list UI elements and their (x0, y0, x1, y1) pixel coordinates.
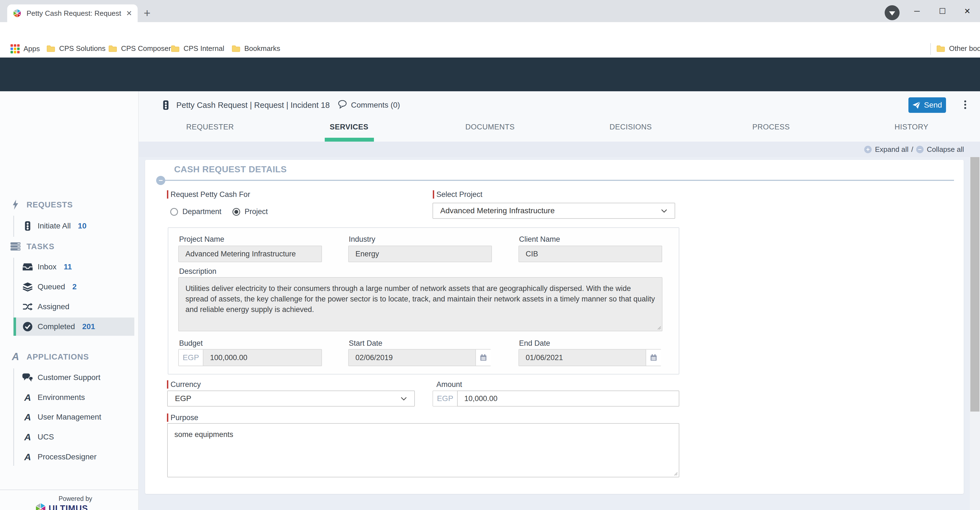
expand-all-link[interactable]: Expand all (875, 145, 908, 154)
content-header (139, 91, 980, 142)
client-name-field: CIB (519, 245, 662, 262)
sidebar-item-initiate-all[interactable]: Initiate All 10 (0, 217, 134, 235)
tab-requester[interactable]: REQUESTER (186, 123, 234, 131)
sidebar-item-completed[interactable]: Completed 201 (0, 317, 134, 336)
radio-project-label[interactable]: Project (245, 207, 268, 216)
tab-decisions[interactable]: DECISIONS (609, 123, 652, 131)
separator: / (911, 145, 913, 154)
tab-services[interactable]: SERVICES (330, 123, 368, 131)
item-count: 11 (64, 263, 72, 271)
section-divider (165, 180, 954, 181)
bookmark-label: Apps (24, 45, 40, 53)
currency-dropdown[interactable]: EGP (167, 390, 415, 406)
sidebar-item-ucs[interactable]: A UCS (0, 428, 134, 446)
browser-toolbar: ← → ↻ cpssolutions04.ultimuscps.com/Ulti… (0, 22, 980, 40)
more-actions-icon[interactable] (962, 99, 968, 110)
comments-link[interactable]: Comments (0) (351, 101, 400, 110)
calendar-icon (479, 354, 487, 362)
bookmark-bookmarks[interactable]: Bookmarks (232, 44, 280, 53)
bookmark-cps-internal[interactable]: CPS Internal (171, 44, 224, 53)
expand-all-icon[interactable]: + (864, 146, 872, 153)
app-header: ULTIMUS® COMPOSED PROCESS SOLUTIONS ? (0, 57, 980, 91)
app-a-icon: A (22, 432, 34, 443)
comments-bubble-icon (338, 100, 348, 109)
end-date-field: 01/06/2021 (519, 349, 661, 366)
sidebar-item-queued[interactable]: Queued 2 (0, 278, 134, 296)
lightning-bolt-icon (8, 199, 23, 210)
sidebar-item-user-management[interactable]: A User Management (0, 408, 134, 426)
sidebar-item-environments[interactable]: A Environments (0, 388, 134, 406)
section-collapse-toggle[interactable]: − (156, 176, 165, 185)
amount-currency-prefix: EGP (433, 390, 458, 406)
purpose-label: Purpose (170, 413, 199, 422)
screen: Petty Cash Request: Request ✕ + ─ ☐ ✕ ← … (0, 0, 980, 510)
tab-history[interactable]: HISTORY (895, 123, 929, 131)
bookmark-label: CPS Internal (183, 44, 224, 53)
send-label: Send (924, 101, 942, 110)
scrollbar-thumb[interactable] (970, 157, 980, 411)
bookmark-label: Bookmarks (244, 44, 280, 53)
resize-handle-icon (674, 472, 678, 476)
traffic-light-icon (22, 221, 34, 231)
resize-handle-icon (657, 326, 661, 330)
browser-tab[interactable]: Petty Cash Request: Request ✕ (7, 5, 138, 22)
download-status-icon[interactable] (885, 5, 900, 20)
calendar-icon (650, 354, 657, 362)
window-maximize-button[interactable]: ☐ (934, 4, 951, 18)
end-date-calendar-button (646, 350, 661, 366)
app-a-icon: A (8, 351, 23, 363)
tab-close-icon[interactable]: ✕ (126, 9, 132, 18)
other-bookmarks[interactable]: Other bookmarks (936, 44, 980, 53)
radio-department[interactable] (170, 208, 178, 216)
window-close-button[interactable]: ✕ (959, 4, 975, 18)
select-project-dropdown[interactable]: Advanced Metering Infrastructure (433, 203, 675, 219)
bookmarks-bar: Apps CPS Solutions CPS Composer CPS Inte… (0, 40, 980, 57)
section-label: APPLICATIONS (27, 352, 89, 362)
breadcrumb: Petty Cash Request | Request | Incident … (176, 101, 330, 110)
powered-by: Powered by ULTIMUS (35, 495, 107, 510)
item-label: Completed (38, 322, 75, 331)
apps-grid-icon (11, 44, 20, 53)
select-project-label: Select Project (436, 190, 482, 199)
budget-field: 100,000.00 (203, 349, 322, 366)
paper-plane-icon (912, 101, 921, 109)
item-count: 10 (78, 222, 86, 230)
item-label: Inbox (38, 263, 57, 271)
tab-documents[interactable]: DOCUMENTS (465, 123, 515, 131)
request-for-label: Request Petty Cash For (170, 190, 250, 199)
bookmark-cps-solutions[interactable]: CPS Solutions (46, 44, 106, 53)
chevron-down-icon (661, 209, 667, 213)
sidebar-section-requests: REQUESTS (0, 196, 138, 213)
sidebar-item-assigned[interactable]: Assigned (0, 298, 134, 316)
send-button[interactable]: Send (908, 97, 946, 113)
currency-label: Currency (170, 380, 201, 389)
required-marker (167, 380, 168, 389)
window-minimize-button[interactable]: ─ (909, 4, 925, 18)
radio-department-label[interactable]: Department (182, 207, 221, 216)
item-label: Customer Support (38, 373, 100, 382)
sidebar-section-applications: A APPLICATIONS (0, 349, 138, 365)
radio-project[interactable] (232, 208, 240, 216)
budget-currency-prefix: EGP (178, 349, 204, 366)
project-name-label: Project Name (179, 235, 224, 244)
sidebar-item-customer-support[interactable]: Customer Support (0, 368, 134, 387)
powered-brand: ULTIMUS (49, 504, 88, 510)
bookmark-apps[interactable]: Apps (11, 44, 40, 53)
sidebar-item-processdesigner[interactable]: A ProcessDesigner (0, 448, 134, 466)
new-tab-button[interactable]: + (144, 7, 151, 19)
sidebar: REQUESTS Initiate All 10 TASKS Inbox 11 … (0, 91, 139, 510)
active-tab-indicator (325, 138, 374, 142)
app-a-icon: A (22, 392, 34, 403)
required-marker (167, 190, 168, 199)
incident-traffic-light-icon (162, 100, 169, 110)
tab-process[interactable]: PROCESS (752, 123, 790, 131)
amount-input[interactable]: 10,000.00 (457, 390, 679, 406)
item-label: UCS (38, 433, 54, 441)
collapse-all-icon[interactable]: − (916, 146, 924, 153)
sidebar-item-inbox[interactable]: Inbox 11 (0, 258, 134, 276)
bookmark-cps-composer[interactable]: CPS Composer (108, 44, 171, 53)
other-bookmarks-label: Other bookmarks (949, 44, 980, 53)
purpose-textarea[interactable]: some equipments (167, 423, 679, 477)
collapse-all-link[interactable]: Collapse all (927, 145, 964, 154)
start-date-field: 02/06/2019 (348, 349, 491, 366)
